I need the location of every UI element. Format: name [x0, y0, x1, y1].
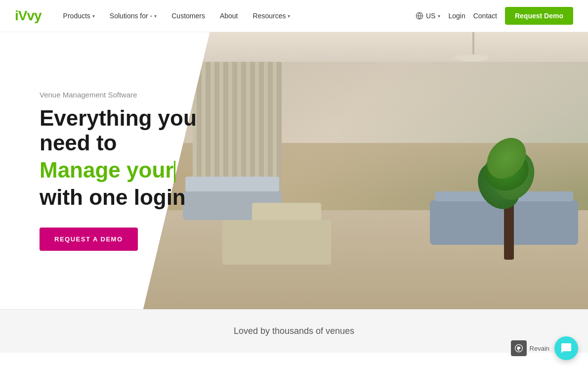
- customers-label: Customers: [171, 12, 205, 20]
- locale-chevron-icon: ▾: [438, 13, 440, 19]
- products-label: Products: [63, 12, 90, 20]
- nav-links: Products ▾ Solutions for - ▾ Customers A…: [56, 8, 416, 24]
- solutions-chevron-icon: ▾: [154, 13, 157, 19]
- navbar: iVvy Products ▾ Solutions for - ▾ Custom…: [0, 0, 588, 32]
- loved-text: Loved by thousands of venues: [234, 326, 354, 336]
- contact-button[interactable]: Contact: [473, 12, 497, 20]
- about-label: About: [220, 12, 238, 20]
- loved-bar: Loved by thousands of venues: [0, 309, 588, 353]
- hero-subtitle: Venue Management Software: [40, 91, 247, 99]
- nav-right: US ▾ Login Contact Request Demo: [416, 7, 573, 25]
- solutions-label: Solutions for -: [110, 12, 152, 20]
- nav-solutions[interactable]: Solutions for - ▾: [103, 8, 164, 24]
- nav-about[interactable]: About: [213, 8, 245, 24]
- lamp-shade: [455, 54, 489, 61]
- nav-products[interactable]: Products ▾: [56, 8, 102, 24]
- nav-customers[interactable]: Customers: [165, 8, 212, 24]
- hero-title-line1: Everything you need to: [40, 106, 247, 156]
- hero-section: Venue Management Software Everything you…: [0, 32, 588, 309]
- nav-resources[interactable]: Resources ▾: [246, 8, 297, 24]
- hero-content: Venue Management Software Everything you…: [0, 32, 272, 309]
- logo[interactable]: iVvy: [15, 8, 42, 24]
- login-button[interactable]: Login: [448, 12, 465, 20]
- globe-icon: [416, 12, 423, 20]
- revain-icon: [511, 340, 527, 353]
- locale-selector[interactable]: US ▾: [416, 12, 440, 20]
- request-demo-button[interactable]: Request Demo: [505, 7, 573, 25]
- products-chevron-icon: ▾: [92, 13, 95, 19]
- chat-icon: [560, 342, 572, 353]
- locale-label: US: [426, 12, 435, 20]
- revain-text: Revain: [530, 345, 549, 352]
- chat-button[interactable]: [554, 336, 578, 353]
- revain-widget: Revain: [511, 336, 578, 353]
- lamp-cord: [472, 32, 474, 57]
- hero-title-line3: with one login: [40, 185, 247, 210]
- hero-cta-button[interactable]: REQUEST A DEMO: [40, 228, 138, 251]
- hero-title-line2: Manage your: [40, 158, 247, 183]
- resources-label: Resources: [253, 12, 286, 20]
- revain-label: Revain: [511, 340, 549, 353]
- cursor-blink: [174, 161, 175, 183]
- resources-chevron-icon: ▾: [288, 13, 290, 19]
- logo-text: iVvy: [15, 8, 42, 23]
- plant: [484, 161, 534, 270]
